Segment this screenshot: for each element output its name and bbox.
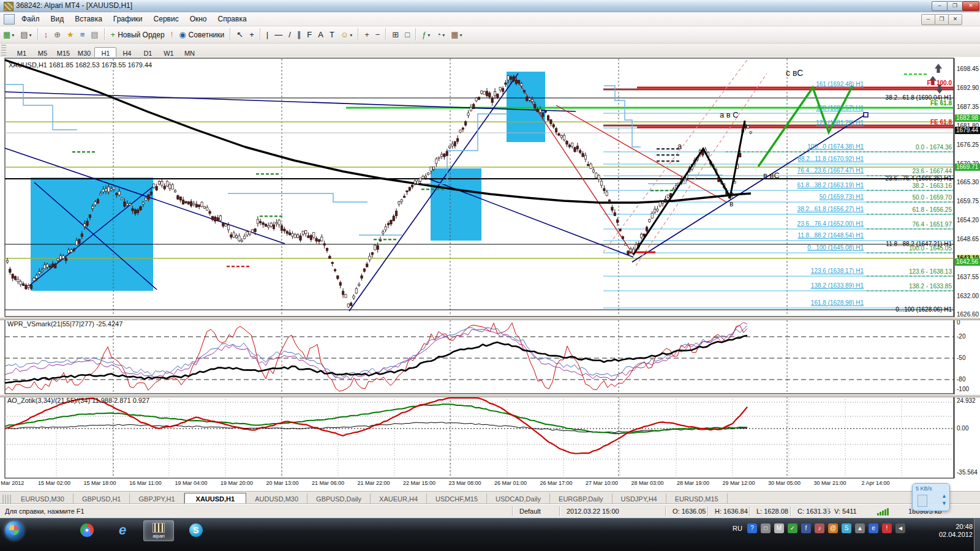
- tick-chart-button[interactable]: ↕: [42, 28, 51, 42]
- chart-tab-usdchf[interactable]: USDCHF,M15: [427, 493, 487, 504]
- status-separator: [665, 506, 666, 516]
- menu-item-0[interactable]: Файл: [16, 12, 45, 26]
- periods-button[interactable]: ◔▾: [434, 28, 447, 42]
- taskbar-clock[interactable]: 20:48 02.04.2012: [939, 523, 973, 539]
- fe-expansion-label: FE 100.0: [927, 80, 952, 86]
- show-desktop-button[interactable]: [974, 519, 980, 551]
- tile-windows-button[interactable]: ⊞: [390, 28, 401, 42]
- data-window-icon: ▤: [91, 29, 98, 41]
- chart-tab-xaueur[interactable]: XAUEUR,H4: [371, 493, 427, 504]
- menu-item-5[interactable]: Окно: [184, 12, 213, 26]
- chart-tab-eurusd[interactable]: EURUSD,M30: [12, 493, 74, 504]
- minimize-button[interactable]: –: [932, 1, 948, 11]
- profiles-icon: ▤: [20, 29, 28, 41]
- alert-button[interactable]: !: [168, 28, 176, 42]
- tray-icon-6[interactable]: @: [828, 523, 838, 533]
- close-button[interactable]: ✕: [962, 1, 979, 11]
- retracement-label: 50.0 - 1659.70: [913, 194, 952, 201]
- zoom-in-button[interactable]: +: [362, 28, 372, 42]
- skype-taskbar-icon[interactable]: S: [181, 520, 211, 540]
- chart-tab-xauusd[interactable]: XAUUSD,H1: [184, 493, 247, 504]
- menu-item-4[interactable]: Сервис: [148, 12, 184, 26]
- menu-item-3[interactable]: Графики: [108, 12, 148, 26]
- label-button[interactable]: T: [327, 28, 337, 42]
- templates-button[interactable]: ▦▾: [448, 28, 464, 42]
- fib-level-label: 161 (1692.48) H1: [816, 81, 864, 88]
- text-button[interactable]: A: [315, 28, 326, 42]
- menu-bar: ФайлВидВставкаГрафикиСервисОкноСправка –…: [0, 12, 980, 26]
- scroll-arrows-icon[interactable]: ▲▼: [941, 492, 947, 507]
- chart-tab-gbpjpy[interactable]: GBPJPY,H1: [130, 493, 184, 504]
- time-axis-label: 20 Mar 13:00: [266, 480, 298, 486]
- advisors-button[interactable]: ◉Советники: [176, 28, 227, 42]
- alert-icon: !: [171, 29, 173, 41]
- vertical-line-button[interactable]: |: [264, 28, 271, 42]
- chart-tab-audusd[interactable]: AUDUSD,M30: [246, 493, 307, 504]
- profiles-button[interactable]: ▤▾: [18, 28, 34, 42]
- zoom-out-button[interactable]: −: [373, 28, 383, 42]
- panel-divider[interactable]: [0, 317, 980, 320]
- alpari-label: alpari: [153, 533, 165, 539]
- trendline-button[interactable]: /: [286, 28, 293, 42]
- channel-button[interactable]: ∥: [295, 28, 304, 42]
- tray-icon-8[interactable]: ▲: [855, 523, 865, 533]
- arrows-button[interactable]: ☺▾: [338, 28, 355, 42]
- chart-tab-eurusd[interactable]: EURUSD,M15: [666, 493, 728, 504]
- cascade-windows-button[interactable]: □: [402, 28, 412, 42]
- horizontal-line-button[interactable]: —: [272, 28, 285, 42]
- menu-item-1[interactable]: Вид: [45, 12, 70, 26]
- new-order-button[interactable]: +Новый Ордер: [108, 28, 167, 42]
- connection-status-icon: [877, 508, 891, 515]
- tray-icon-7[interactable]: S: [842, 523, 851, 533]
- tray-icon-2[interactable]: M: [774, 523, 784, 533]
- data-window-button[interactable]: ▤: [88, 28, 100, 42]
- child-restore-button[interactable]: ❐: [935, 14, 949, 25]
- time-axis-label: 29 Mar 12:00: [722, 480, 755, 486]
- menu-item-2[interactable]: Вставка: [69, 12, 108, 26]
- ie-taskbar-icon[interactable]: e: [108, 520, 137, 540]
- status-bar: Для справки, нажмите F1 Default2012.03.2…: [0, 504, 980, 519]
- chrome-taskbar-icon[interactable]: [72, 520, 102, 540]
- chart-tab-gbpusd[interactable]: GBPUSD,H1: [74, 493, 130, 504]
- chart-tab-eurgbp[interactable]: EURGBP,Daily: [550, 493, 612, 504]
- new-chart-button[interactable]: ▦▾: [1, 28, 17, 42]
- favorites-button[interactable]: ★: [64, 28, 77, 42]
- favorites-icon: ★: [67, 29, 74, 41]
- cursor-button[interactable]: ↖: [234, 28, 246, 42]
- tray-icon-3[interactable]: ✓: [788, 523, 797, 533]
- svg-text:а: а: [677, 141, 682, 151]
- tray-icon-11[interactable]: ◄: [895, 523, 905, 533]
- toolbar-separator: [260, 28, 261, 40]
- crosshair-mode-icon: ⊕: [54, 29, 61, 41]
- start-button[interactable]: [5, 521, 23, 539]
- market-watch-button[interactable]: ≡: [78, 28, 88, 42]
- alpari-taskbar-icon[interactable]: alpari: [143, 520, 174, 541]
- tray-icon-10[interactable]: !: [882, 523, 892, 533]
- crosshair-button[interactable]: +: [247, 28, 257, 42]
- menu-item-6[interactable]: Справка: [213, 12, 252, 26]
- tab-bar-grip: [2, 495, 11, 503]
- svg-text:а в С: а в С: [720, 110, 739, 119]
- maximize-button[interactable]: ❐: [947, 1, 963, 11]
- status-template: Default: [519, 508, 541, 515]
- chart-tab-usdcad[interactable]: USDCAD,Daily: [487, 493, 550, 504]
- tray-icon-5[interactable]: ♪: [815, 523, 824, 533]
- timeframe-bar: M1M5M15M30H1H4D1W1MN: [0, 43, 980, 58]
- crosshair-mode-button[interactable]: ⊕: [51, 28, 63, 42]
- indicators-button[interactable]: ƒ▾: [420, 28, 432, 42]
- child-close-button[interactable]: ✕: [948, 14, 962, 25]
- skype-icon: S: [189, 523, 203, 537]
- tray-icon-1[interactable]: □: [761, 523, 771, 533]
- tray-icon-4[interactable]: f: [801, 523, 811, 533]
- panel-divider[interactable]: [0, 394, 980, 397]
- chart-tab-usdjpy[interactable]: USDJPY,H4: [612, 493, 666, 504]
- chart-window-icon: [4, 14, 15, 24]
- chart-tab-gbpusd[interactable]: GBPUSD,Daily: [307, 493, 371, 504]
- highlight-boxes: [31, 72, 545, 291]
- tray-icon-9[interactable]: e: [869, 523, 878, 533]
- toolbar-grip[interactable]: [1, 45, 6, 56]
- fibonacci-button[interactable]: F: [304, 28, 314, 42]
- language-indicator[interactable]: RU: [733, 525, 742, 532]
- tray-icon-0[interactable]: ?: [747, 523, 757, 533]
- child-minimize-button[interactable]: –: [921, 14, 935, 25]
